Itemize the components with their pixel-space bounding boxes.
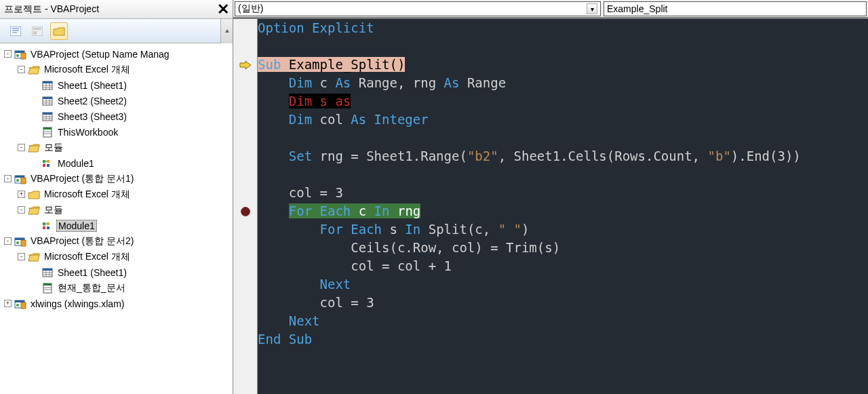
code-line[interactable]: Dim s as: [258, 92, 868, 111]
object-combo-value: (일반): [238, 3, 587, 15]
scrollbar-up-button[interactable]: [220, 19, 233, 43]
execution-pointer-icon: [239, 60, 252, 70]
gutter-row[interactable]: [233, 129, 257, 147]
collapse-icon[interactable]: -: [4, 175, 12, 182]
sheet-icon: [41, 267, 54, 279]
collapse-icon[interactable]: -: [4, 50, 12, 58]
gutter-row[interactable]: [233, 275, 257, 294]
tree-node[interactable]: Sheet1 (Sheet1): [0, 77, 233, 93]
tree-node[interactable]: +Microsoft Excel 개체: [0, 186, 233, 202]
project-tree[interactable]: -VBAProject (Setup Name Manag-Microsoft …: [0, 43, 233, 394]
svg-point-49: [16, 241, 19, 244]
collapse-icon[interactable]: -: [18, 206, 25, 214]
view-object-button[interactable]: [28, 22, 46, 40]
tree-node-label: VBAProject (Setup Name Manag: [29, 49, 171, 60]
code-line[interactable]: Ceils(c.Row, col) = Trim(s): [258, 239, 868, 257]
expand-icon[interactable]: +: [4, 300, 12, 307]
gutter-row[interactable]: [233, 294, 257, 312]
tree-node-label: xlwings (xlwings.xlam): [29, 298, 125, 309]
code-line[interactable]: Next: [258, 312, 868, 330]
procedure-combo[interactable]: Example_Split: [604, 1, 867, 16]
code-line[interactable]: Set rng = Sheet1.Range("b2", Sheet1.Cell…: [258, 147, 868, 165]
tree-node[interactable]: Sheet2 (Sheet2): [0, 93, 233, 109]
toggle-folders-button[interactable]: [50, 22, 68, 40]
tree-node[interactable]: -VBAProject (통합 문서2): [0, 233, 233, 249]
object-combo[interactable]: (일반) ▾: [235, 1, 601, 16]
code-line[interactable]: [258, 129, 868, 147]
collapse-icon[interactable]: -: [18, 144, 25, 151]
code-line[interactable]: Next: [258, 275, 868, 294]
code-line[interactable]: [258, 37, 868, 56]
project-explorer-toolbar: [0, 19, 233, 43]
breakpoint-icon: [241, 207, 250, 216]
tree-node[interactable]: Sheet1 (Sheet1): [0, 264, 233, 280]
chevron-down-icon[interactable]: ▾: [587, 3, 597, 14]
gutter-row[interactable]: [233, 330, 257, 349]
expand-icon[interactable]: +: [18, 191, 25, 198]
gutter-row[interactable]: [233, 111, 257, 129]
tree-node[interactable]: -VBAProject (통합 문서1): [0, 171, 233, 186]
tree-node[interactable]: Module1: [0, 155, 233, 171]
gutter-row[interactable]: [233, 37, 257, 56]
gutter-row[interactable]: [233, 312, 257, 330]
gutter-row[interactable]: [233, 74, 257, 92]
gutter-row[interactable]: [233, 147, 257, 165]
code-line[interactable]: col = 3: [258, 184, 868, 202]
code-line[interactable]: col = 3: [258, 294, 868, 312]
code-line[interactable]: Option Explicit: [258, 19, 868, 37]
tree-node[interactable]: -모듈: [0, 202, 233, 218]
code-line[interactable]: For Each s In Split(c, " "): [258, 220, 868, 239]
tree-node-label: Sheet1 (Sheet1): [56, 80, 128, 91]
code-line[interactable]: For Each c In rng: [258, 202, 868, 220]
folder-open-icon: [28, 64, 40, 76]
tree-node-label: Sheet2 (Sheet2): [56, 96, 128, 106]
svg-point-9: [16, 54, 19, 57]
code-editor[interactable]: Option ExplicitSub Example_Split() Dim c…: [233, 18, 868, 394]
svg-rect-43: [43, 226, 45, 229]
code-gutter[interactable]: [233, 19, 258, 394]
code-editor-area: (일반) ▾ Example_Split Option ExplicitSub …: [233, 0, 868, 394]
code-lines[interactable]: Option ExplicitSub Example_Split() Dim c…: [258, 19, 868, 394]
gutter-row[interactable]: [233, 202, 257, 220]
tree-node[interactable]: Module1: [0, 218, 233, 233]
vba-project-icon: [14, 298, 26, 310]
sheet-icon: [41, 95, 54, 107]
tree-node[interactable]: ThisWorkbook: [0, 124, 233, 140]
collapse-icon[interactable]: -: [4, 237, 12, 245]
code-line[interactable]: Dim col As Integer: [258, 111, 868, 129]
close-icon[interactable]: ✕: [214, 0, 233, 19]
vba-project-icon: [14, 48, 26, 60]
tree-node[interactable]: Sheet3 (Sheet3): [0, 109, 233, 124]
gutter-row[interactable]: [233, 165, 257, 184]
gutter-row[interactable]: [233, 220, 257, 239]
gutter-row[interactable]: [233, 92, 257, 111]
svg-rect-5: [33, 28, 41, 30]
tree-node[interactable]: 현재_통합_문서: [0, 280, 233, 296]
folder-icon: [28, 189, 40, 201]
tree-node-label: Microsoft Excel 개체: [43, 251, 132, 263]
tree-node[interactable]: -VBAProject (Setup Name Manag: [0, 46, 233, 62]
gutter-row[interactable]: [233, 239, 257, 257]
collapse-icon[interactable]: -: [18, 253, 25, 260]
code-line[interactable]: [258, 165, 868, 184]
collapse-icon[interactable]: -: [18, 66, 25, 73]
svg-rect-0: [10, 26, 21, 36]
svg-rect-23: [43, 113, 52, 115]
tree-node[interactable]: +xlwings (xlwings.xlam): [0, 296, 233, 311]
gutter-row[interactable]: [233, 257, 257, 275]
view-code-button[interactable]: [7, 22, 24, 40]
gutter-row[interactable]: [233, 56, 257, 74]
gutter-row[interactable]: [233, 19, 257, 37]
gutter-row[interactable]: [233, 184, 257, 202]
workbook-icon: [41, 126, 54, 138]
code-line[interactable]: End Sub: [258, 330, 868, 349]
folder-open-icon: [28, 204, 40, 216]
code-line[interactable]: col = col + 1: [258, 257, 868, 275]
code-line[interactable]: Sub Example_Split(): [258, 56, 868, 74]
tree-node[interactable]: -Microsoft Excel 개체: [0, 62, 233, 77]
tree-node-label: VBAProject (통합 문서1): [29, 173, 135, 185]
tree-node[interactable]: -모듈: [0, 140, 233, 155]
tree-node[interactable]: -Microsoft Excel 개체: [0, 249, 233, 264]
code-line[interactable]: Dim c As Range, rng As Range: [258, 74, 868, 92]
svg-rect-34: [43, 164, 45, 167]
